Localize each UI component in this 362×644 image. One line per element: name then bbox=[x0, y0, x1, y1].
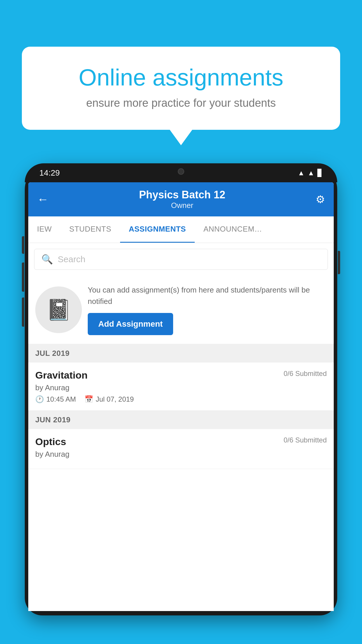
calendar-icon: 📅 bbox=[85, 395, 93, 403]
volume-button-2 bbox=[22, 262, 24, 292]
header-subtitle: Owner bbox=[139, 201, 225, 210]
header-title-group: Physics Batch 12 Owner bbox=[139, 189, 225, 210]
assignment-row-top: Gravitation 0/6 Submitted bbox=[35, 370, 327, 381]
volume-button-1 bbox=[22, 236, 24, 254]
phone-notch bbox=[155, 163, 207, 179]
power-button bbox=[338, 251, 340, 274]
phone-camera bbox=[178, 168, 184, 175]
assignment-meta-gravitation: 🕐 10:45 AM 📅 Jul 07, 2019 bbox=[35, 395, 327, 403]
tab-assignments[interactable]: ASSIGNMENTS bbox=[120, 216, 195, 243]
status-icons: ▲ ▲ ▊ bbox=[298, 169, 323, 177]
assignment-date: 📅 Jul 07, 2019 bbox=[85, 395, 134, 403]
assignment-date-value: Jul 07, 2019 bbox=[96, 395, 134, 403]
search-placeholder: Search bbox=[58, 254, 85, 264]
tab-announcements[interactable]: ANNOUNCEM… bbox=[195, 216, 271, 243]
phone-container: 14:29 ▲ ▲ ▊ ← Physics Batch 12 Owner ⚙ bbox=[25, 163, 337, 644]
assignment-submitted-gravitation: 0/6 Submitted bbox=[284, 370, 327, 378]
assignment-title-optics: Optics bbox=[35, 436, 66, 447]
assignment-time: 🕐 10:45 AM bbox=[35, 395, 76, 403]
status-bar: 14:29 ▲ ▲ ▊ bbox=[25, 163, 337, 182]
add-assignment-button[interactable]: Add Assignment bbox=[88, 313, 173, 335]
promo-icon-circle: 📓 bbox=[35, 286, 82, 333]
section-header-jul: JUL 2019 bbox=[28, 344, 334, 363]
volume-button-3 bbox=[22, 298, 24, 327]
speech-bubble: Online assignments ensure more practice … bbox=[22, 47, 340, 130]
phone-screen: ← Physics Batch 12 Owner ⚙ IEW STUDENTS … bbox=[28, 182, 334, 611]
battery-icon: ▊ bbox=[317, 169, 323, 177]
section-header-jun: JUN 2019 bbox=[28, 411, 334, 429]
status-time: 14:29 bbox=[39, 168, 60, 178]
promo-description: You can add assignment(s) from here and … bbox=[88, 284, 327, 307]
assignment-item-gravitation[interactable]: Gravitation 0/6 Submitted by Anurag 🕐 10… bbox=[28, 363, 334, 411]
tabs-container: IEW STUDENTS ASSIGNMENTS ANNOUNCEM… bbox=[28, 216, 334, 243]
search-icon: 🔍 bbox=[41, 254, 53, 265]
tab-students[interactable]: STUDENTS bbox=[61, 216, 120, 243]
assignment-author-gravitation: by Anurag bbox=[35, 383, 327, 392]
settings-icon[interactable]: ⚙ bbox=[316, 193, 325, 206]
bubble-arrow bbox=[169, 129, 193, 145]
search-input-wrapper[interactable]: 🔍 Search bbox=[34, 249, 328, 270]
bubble-subtitle: ensure more practice for your students bbox=[42, 97, 320, 109]
wifi-icon: ▲ bbox=[298, 169, 305, 177]
back-button[interactable]: ← bbox=[37, 193, 49, 206]
assignment-author-optics: by Anurag bbox=[35, 450, 327, 459]
phone-frame: 14:29 ▲ ▲ ▊ ← Physics Batch 12 Owner ⚙ bbox=[25, 163, 337, 615]
signal-icon: ▲ bbox=[307, 169, 314, 177]
promo-section: 📓 You can add assignment(s) from here an… bbox=[28, 276, 334, 344]
clock-icon: 🕐 bbox=[35, 395, 44, 403]
assignment-item-optics[interactable]: Optics 0/6 Submitted by Anurag bbox=[28, 429, 334, 469]
tab-iew[interactable]: IEW bbox=[28, 216, 61, 243]
bubble-title: Online assignments bbox=[42, 64, 320, 91]
assignment-row-top-optics: Optics 0/6 Submitted bbox=[35, 436, 327, 447]
header-title: Physics Batch 12 bbox=[139, 189, 225, 201]
speech-bubble-container: Online assignments ensure more practice … bbox=[22, 47, 340, 145]
promo-text-area: You can add assignment(s) from here and … bbox=[88, 284, 327, 335]
assignment-time-value: 10:45 AM bbox=[46, 395, 76, 403]
search-container: 🔍 Search bbox=[28, 243, 334, 276]
app-header: ← Physics Batch 12 Owner ⚙ bbox=[28, 182, 334, 216]
assignment-submitted-optics: 0/6 Submitted bbox=[284, 436, 327, 444]
notebook-icon: 📓 bbox=[46, 298, 71, 322]
assignment-title-gravitation: Gravitation bbox=[35, 370, 87, 381]
